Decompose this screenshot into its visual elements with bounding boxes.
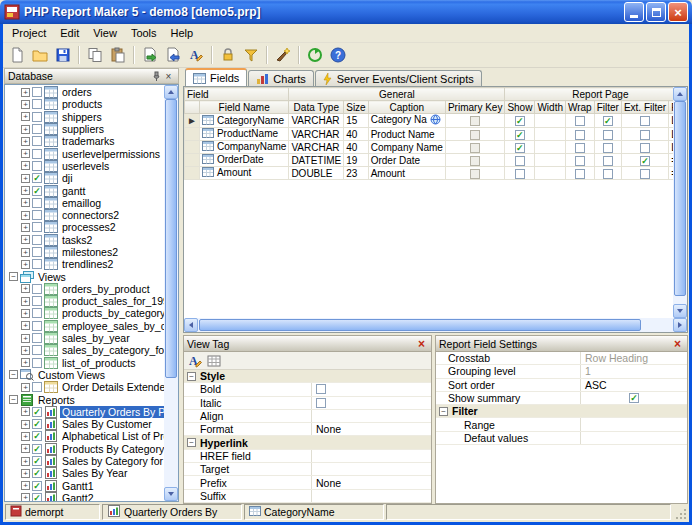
property-sort-order[interactable]: Sort orderASC <box>436 379 687 392</box>
checkbox[interactable]: ✓ <box>32 456 42 466</box>
scroll-thumb[interactable] <box>165 99 177 378</box>
checkbox[interactable] <box>470 116 480 126</box>
property-value[interactable]: None <box>312 476 431 488</box>
checkbox[interactable] <box>470 143 480 153</box>
scroll-right-button[interactable] <box>673 318 687 332</box>
checkbox[interactable] <box>32 321 42 331</box>
property-bold[interactable]: Bold <box>184 383 431 396</box>
grid-row-orderdate[interactable]: OrderDateDATETIME19Order Date✓= <box>185 154 674 167</box>
filter-checkbox-cell[interactable] <box>594 128 621 141</box>
tree-item-employee-sales-by-co[interactable]: +employee_sales_by_co <box>5 320 164 332</box>
copy-button[interactable] <box>84 44 106 66</box>
filter-checkbox-cell[interactable] <box>594 154 621 167</box>
checkbox[interactable]: ✓ <box>32 468 42 478</box>
grid-column-header-ext-filter[interactable]: Ext. Filter <box>621 101 668 114</box>
grid-row-productname[interactable]: ProductNameVARCHAR40Product Name✓LIKE <box>185 128 674 141</box>
save-button[interactable] <box>52 44 74 66</box>
property-value[interactable] <box>312 410 431 422</box>
checkbox[interactable] <box>32 358 42 368</box>
tree-item-sales-by-customer[interactable]: +✓Sales By Customer <box>5 418 164 430</box>
checkbox[interactable] <box>32 235 42 245</box>
checkbox[interactable] <box>470 169 480 179</box>
row-selector[interactable] <box>185 167 200 180</box>
checkbox[interactable] <box>515 156 525 166</box>
tree-item-emaillog[interactable]: +emaillog <box>5 197 164 209</box>
checkbox[interactable]: ✓ <box>603 116 613 126</box>
checkbox[interactable] <box>32 149 42 159</box>
property-align[interactable]: Align <box>184 410 431 423</box>
property-value[interactable]: ASC <box>581 379 687 391</box>
checkbox[interactable] <box>32 296 42 306</box>
property-show-summary[interactable]: Show summary✓ <box>436 392 687 405</box>
grid-style-button[interactable] <box>206 353 222 369</box>
scroll-track[interactable] <box>673 101 687 304</box>
grid-column-header-caption[interactable]: Caption <box>368 101 445 114</box>
tree-item-userlevelpermissions[interactable]: +userlevelpermissions <box>5 147 164 159</box>
ext-filter-checkbox-cell[interactable] <box>621 128 668 141</box>
row-selector[interactable] <box>185 141 200 154</box>
expander-icon[interactable]: − <box>9 272 18 281</box>
tree-item-trendlines2[interactable]: +trendlines2 <box>5 258 164 270</box>
scroll-up-button[interactable] <box>164 85 178 99</box>
checkbox[interactable] <box>575 143 585 153</box>
caption-cell[interactable]: Category Na <box>368 114 445 128</box>
tab-fields[interactable]: Fields <box>185 68 247 86</box>
size-cell[interactable]: 15 <box>344 114 368 128</box>
grid-column-header-field-name[interactable]: Field Name <box>199 101 288 114</box>
checkbox[interactable] <box>32 345 42 355</box>
checkbox[interactable] <box>32 136 42 146</box>
ext-filter-checkbox-cell[interactable]: ✓ <box>621 154 668 167</box>
expander-icon[interactable]: + <box>21 112 30 121</box>
collapse-icon[interactable]: − <box>439 407 448 416</box>
checkbox[interactable] <box>603 143 613 153</box>
expander-icon[interactable]: + <box>21 100 30 109</box>
property-range[interactable]: Range <box>436 418 687 431</box>
expander-icon[interactable]: + <box>21 125 30 134</box>
checkbox[interactable]: ✓ <box>32 444 42 454</box>
checkbox[interactable] <box>640 169 650 179</box>
tree-scrollbar[interactable] <box>164 85 178 501</box>
property-value[interactable] <box>312 450 431 462</box>
scroll-track[interactable] <box>164 99 178 487</box>
property-value[interactable] <box>581 418 687 430</box>
grid-horizontal-scrollbar[interactable] <box>184 318 687 332</box>
grid-row-categoryname[interactable]: ►CategoryNameVARCHAR15Category Na✓✓LIKE <box>185 114 674 128</box>
data-type-cell[interactable]: DOUBLE <box>289 167 344 180</box>
size-cell[interactable]: 40 <box>344 141 368 154</box>
tree-item-sales-by-year[interactable]: +sales_by_year <box>5 332 164 344</box>
show-checkbox-cell[interactable] <box>505 154 535 167</box>
expander-icon[interactable]: − <box>9 395 18 404</box>
checkbox[interactable] <box>32 259 42 269</box>
grid-row-companyname[interactable]: CompanyNameVARCHAR40Company Name✓LIKE <box>185 141 674 154</box>
font-edit-button[interactable]: A <box>187 353 203 369</box>
tree-item-sales-by-category-for-1[interactable]: +✓Sales by Category for 1 <box>5 455 164 467</box>
property-value[interactable] <box>312 383 431 395</box>
row-selector[interactable] <box>185 154 200 167</box>
scroll-track[interactable] <box>198 318 673 332</box>
property-value[interactable]: None <box>312 423 431 435</box>
menu-item-edit[interactable]: Edit <box>53 25 86 41</box>
size-cell[interactable]: 23 <box>344 167 368 180</box>
wizard-button[interactable] <box>272 44 294 66</box>
show-checkbox-cell[interactable]: ✓ <box>505 141 535 154</box>
checkbox[interactable]: ✓ <box>515 130 525 140</box>
tree-item-alphabetical-list-of-prod[interactable]: +✓Alphabetical List of Prod <box>5 430 164 442</box>
expander-icon[interactable]: + <box>21 137 30 146</box>
scroll-up-button[interactable] <box>673 87 687 101</box>
checkbox[interactable] <box>32 222 42 232</box>
grid-vertical-scrollbar[interactable] <box>673 87 687 318</box>
show-checkbox-cell[interactable] <box>505 167 535 180</box>
property-value[interactable]: ✓ <box>581 392 687 404</box>
property-value[interactable] <box>312 397 431 409</box>
checkbox[interactable] <box>515 169 525 179</box>
width-cell[interactable] <box>535 128 566 141</box>
property-value[interactable] <box>312 463 431 475</box>
checkbox[interactable] <box>32 333 42 343</box>
checkbox[interactable]: ✓ <box>32 419 42 429</box>
property-suffix[interactable]: Suffix <box>184 490 431 503</box>
show-checkbox-cell[interactable]: ✓ <box>505 114 535 128</box>
pin-icon[interactable] <box>149 70 162 83</box>
row-selector[interactable]: ► <box>185 114 200 128</box>
expander-icon[interactable]: + <box>21 223 30 232</box>
scroll-thumb[interactable] <box>674 101 686 296</box>
